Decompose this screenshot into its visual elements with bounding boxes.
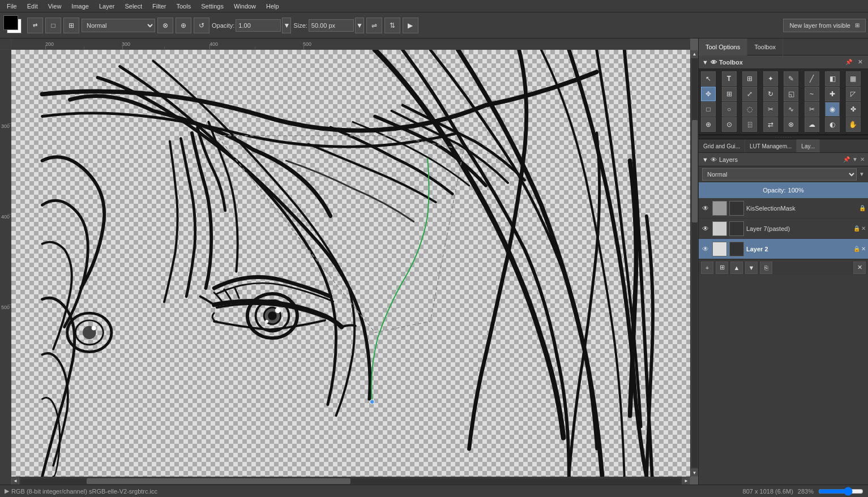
canvas-container[interactable] — [11, 50, 690, 477]
tool-stamp[interactable]: ✦ — [763, 71, 778, 86]
layer-vis-layer2[interactable]: 👁 — [701, 245, 710, 254]
menu-edit[interactable]: Edit — [23, 2, 42, 11]
h-scroll-track[interactable] — [20, 478, 681, 484]
size-expand-button[interactable]: ▼ — [355, 18, 364, 33]
tool-pencil[interactable]: ✎ — [784, 71, 798, 86]
layers-pin-button[interactable]: 📌 — [843, 156, 850, 162]
tool-text[interactable]: T — [722, 71, 737, 86]
canvas-area[interactable]: 200 300 400 500 300 400 500 — [0, 38, 698, 485]
tab-tool-options[interactable]: Tool Options — [699, 38, 747, 55]
tab-grid-guides[interactable]: Grid and Gui... — [699, 139, 745, 153]
layer-row-layer7[interactable]: 👁 Layer 7(pasted) 🔒 ✕ — [699, 218, 868, 239]
new-group-button[interactable]: ⊞ — [716, 262, 728, 274]
tool-foreground-sel[interactable]: ◉ — [825, 102, 840, 117]
layers-collapse-icon[interactable]: ▼ — [702, 156, 708, 163]
lock-content-icon[interactable]: ✕ — [861, 225, 866, 232]
tool-arrow[interactable]: ↖ — [701, 71, 716, 86]
erase-button[interactable]: ⊗ — [157, 18, 173, 33]
swap-colors-button[interactable]: ⇄ — [27, 18, 43, 33]
layer-vis-kisselectionmask[interactable]: 👁 — [701, 204, 710, 213]
tool-smudge[interactable]: ☁ — [805, 117, 819, 132]
delete-layer-button[interactable]: ✕ — [853, 262, 866, 274]
tool-sel-by-color[interactable]: ∿ — [784, 102, 798, 117]
menu-tools[interactable]: Tools — [172, 2, 196, 11]
menu-file[interactable]: File — [2, 2, 22, 11]
lower-layer-button[interactable]: ▼ — [745, 262, 758, 274]
h-scrollbar[interactable]: ◄ ► — [11, 477, 690, 485]
scroll-down-button[interactable]: ▼ — [691, 469, 699, 477]
tool-liquify[interactable]: ~ — [805, 87, 819, 101]
menu-help[interactable]: Help — [262, 2, 284, 11]
remove-layer2-icon[interactable]: ✕ — [861, 246, 866, 252]
tool-hand[interactable]: ✋ — [846, 117, 861, 132]
v-scroll-track[interactable] — [692, 59, 698, 468]
flip-v-button[interactable]: ⇅ — [384, 18, 400, 33]
tool-transform[interactable]: ⤢ — [742, 87, 757, 101]
layers-expand-icon[interactable]: ▼ — [859, 171, 865, 177]
scroll-up-button[interactable]: ▲ — [691, 50, 699, 58]
reset-button[interactable]: ↺ — [194, 18, 209, 33]
toolbox-pin-button[interactable]: 📌 — [844, 58, 853, 67]
opacity-expand-button[interactable]: ▼ — [282, 18, 291, 33]
raise-layer-button[interactable]: ▲ — [730, 262, 743, 274]
tool-measure[interactable]: ⊙ — [722, 117, 737, 132]
merge-button[interactable]: ⊕ — [176, 18, 191, 33]
tool-clone[interactable]: ⊗ — [784, 117, 798, 132]
v-scroll-thumb[interactable] — [692, 120, 698, 222]
menu-settings[interactable]: Settings — [196, 2, 228, 11]
fg-color-swatch[interactable] — [3, 15, 18, 30]
lock-layer2-icon[interactable]: 🔒 — [853, 246, 860, 252]
tool-rect-sel[interactable]: □ — [701, 102, 716, 117]
lock-alpha-icon-2[interactable]: 🔒 — [853, 225, 860, 232]
toolbox-collapse-icon[interactable]: ▼ — [702, 59, 708, 66]
tool-heal[interactable]: ✚ — [825, 87, 840, 101]
layer-row-layer2[interactable]: 👁 Layer 2 🔒 ✕ — [699, 239, 868, 259]
layers-close-button[interactable]: ✕ — [860, 156, 865, 162]
duplicate-layer-button[interactable]: ⎘ — [760, 262, 772, 274]
scroll-left-button[interactable]: ◄ — [11, 477, 19, 485]
tool-dodge[interactable]: ◐ — [825, 117, 840, 132]
tool-zoom[interactable]: ⊕ — [701, 117, 716, 132]
opacity-input[interactable] — [236, 19, 281, 32]
lock-alpha-icon[interactable]: 🔒 — [859, 205, 866, 211]
tool-eraser[interactable]: ◧ — [825, 71, 840, 86]
tool-fuzzy-sel[interactable]: ✂ — [763, 102, 778, 117]
tool-gimp[interactable]: ⌹ — [742, 117, 757, 132]
menu-view[interactable]: View — [44, 2, 66, 11]
toolbox-close-button[interactable]: ✕ — [856, 58, 865, 67]
layers-menu-button[interactable]: ▼ — [852, 156, 858, 162]
scroll-right-button[interactable]: ► — [682, 477, 690, 485]
menu-select[interactable]: Select — [120, 2, 147, 11]
tab-lut-management[interactable]: LUT Managem... — [745, 139, 797, 153]
menu-window[interactable]: Window — [229, 2, 260, 11]
v-scrollbar[interactable]: ▲ ▼ — [690, 50, 698, 477]
tool-color-picker[interactable]: ⊞ — [742, 71, 757, 86]
h-scroll-thumb[interactable] — [87, 478, 351, 484]
grid-view-button[interactable]: ⊞ — [63, 18, 79, 33]
layer-vis-layer7[interactable]: 👁 — [701, 224, 710, 233]
tool-path[interactable]: ✤ — [846, 102, 861, 117]
size-input[interactable] — [309, 19, 354, 32]
layer-row-kisselectionmask[interactable]: 👁 KisSelectionMask 🔒 — [699, 198, 868, 218]
paint-options-button[interactable]: □ — [45, 18, 61, 33]
tab-toolbox[interactable]: Toolbox — [747, 38, 783, 55]
menu-image[interactable]: Image — [67, 2, 93, 11]
new-layer-button[interactable]: + — [701, 262, 713, 274]
menu-filter[interactable]: Filter — [148, 2, 170, 11]
tool-brush[interactable]: ╱ — [805, 71, 819, 86]
statusbar-expand-icon[interactable]: ▶ — [5, 487, 9, 495]
options-button[interactable]: ▶ — [403, 18, 418, 33]
canvas-drawing[interactable] — [11, 50, 690, 477]
zoom-slider[interactable] — [818, 487, 863, 496]
tool-cage[interactable]: ◱ — [784, 87, 798, 101]
tool-ellipse-sel[interactable]: ○ — [722, 102, 737, 117]
tool-free-sel[interactable]: ◌ — [742, 102, 757, 117]
tool-move[interactable]: ✥ — [701, 87, 716, 101]
tool-color-balance[interactable]: ⇄ — [763, 117, 778, 132]
blend-mode-select[interactable]: Normal — [82, 19, 155, 32]
tool-align[interactable]: ⊞ — [722, 87, 737, 101]
tool-perspective[interactable]: ◸ — [846, 87, 861, 101]
tool-pattern[interactable]: ▦ — [846, 71, 861, 86]
tool-scissors[interactable]: ✂ — [805, 102, 819, 117]
tool-warp[interactable]: ↻ — [763, 87, 778, 101]
